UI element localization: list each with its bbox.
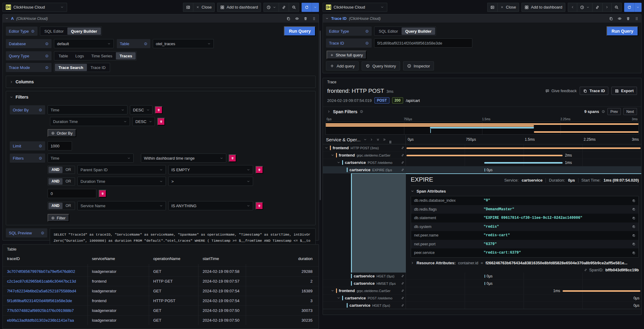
remove-filter-button[interactable]: [229, 154, 236, 162]
share-link-button[interactable]: [279, 3, 289, 12]
collapse-chevron-icon[interactable]: [331, 154, 334, 157]
tab-sql-editor[interactable]: SQL Editor: [41, 27, 67, 35]
filter-value-input[interactable]: [48, 189, 96, 198]
info-icon[interactable]: [365, 30, 369, 33]
filters-section-header[interactable]: Filters: [10, 94, 312, 100]
info-icon[interactable]: [45, 42, 48, 45]
collapse-chevron-icon[interactable]: [5, 17, 9, 20]
share-link-button[interactable]: [592, 3, 602, 12]
datasource-picker[interactable]: ClickHouse Cloud: [323, 3, 387, 12]
chevron-right-icon[interactable]: [370, 138, 373, 141]
trace-id-link[interactable]: 5f1d69baf92314f20d4f8f561b58e3de: [7, 298, 72, 303]
span-row[interactable]: cartservice POST /oteldemo 1ms: [323, 159, 641, 166]
scrollbar[interactable]: [320, 31, 321, 200]
close-pane-button[interactable]: Close: [497, 3, 519, 12]
collapse-chevron-icon[interactable]: [331, 289, 334, 292]
trace-id-link[interactable]: eb9fa13adfddfb31302e236b1141e7aa: [7, 318, 74, 323]
order-by-field-select[interactable]: Duration Time: [50, 117, 130, 126]
span-row[interactable]: frontend grpc.oteldemo.CartSer 1ms: [323, 287, 641, 295]
span-tick[interactable]: [485, 275, 485, 278]
inspector-button[interactable]: Inspector: [403, 61, 434, 70]
column-header[interactable]: startTime: [198, 253, 246, 264]
duplicate-query-icon[interactable]: [286, 16, 291, 21]
span-tick[interactable]: [485, 168, 485, 172]
and-option[interactable]: AND: [48, 167, 63, 173]
or-option[interactable]: OR: [63, 203, 74, 209]
query-row-header[interactable]: A (ClickHouse Cloud): [3, 14, 319, 23]
columns-section-header[interactable]: Columns: [10, 78, 312, 85]
delete-query-icon[interactable]: [626, 16, 630, 21]
chevron-right-icon[interactable]: [411, 261, 414, 265]
query-type-timeseries[interactable]: Time Series: [88, 52, 116, 60]
collapse-chevron-icon[interactable]: [337, 296, 340, 300]
delete-query-icon[interactable]: [303, 16, 308, 21]
remove-filter-button[interactable]: [256, 202, 263, 210]
link-icon[interactable]: [584, 268, 587, 272]
info-icon[interactable]: [45, 54, 48, 58]
span-bar[interactable]: [484, 162, 563, 164]
refresh-button[interactable]: [302, 3, 312, 12]
table-row[interactable]: 5f1d69baf92314f20d4f8f561b58e3de fronten…: [3, 296, 319, 306]
service-operation-header[interactable]: Service & Oper...: [323, 135, 406, 144]
limit-input[interactable]: [48, 141, 72, 150]
duplicate-query-icon[interactable]: [609, 16, 613, 21]
remove-filter-button[interactable]: [99, 190, 106, 197]
span-link-icon[interactable]: [401, 154, 404, 157]
and-option[interactable]: AND: [48, 203, 63, 209]
span-link-icon[interactable]: [401, 274, 404, 278]
table-row[interactable]: 3c7074f085679976b07a79ef5476d802 loadgen…: [3, 267, 319, 277]
column-header[interactable]: operationName: [149, 253, 198, 264]
filter-field-select[interactable]: Time: [48, 154, 134, 163]
info-icon[interactable]: [602, 110, 605, 113]
or-option[interactable]: OR: [63, 178, 74, 185]
copy-icon[interactable]: [632, 225, 635, 228]
trace-id-button[interactable]: Trace ID: [580, 87, 608, 95]
table-row[interactable]: c2c1ec87c62965b61cab6c30447bc13d fronten…: [3, 277, 319, 286]
filter-operator-select[interactable]: >: [168, 177, 253, 186]
filter-field-select[interactable]: Service Name: [77, 201, 166, 210]
trace-mode-id[interactable]: Trace ID: [87, 64, 109, 71]
column-header[interactable]: serviceName: [88, 253, 149, 264]
zoom-out-button[interactable]: [289, 3, 299, 12]
remove-order-by-button[interactable]: [155, 106, 163, 114]
column-header[interactable]: duration: [246, 253, 319, 264]
next-span-button[interactable]: Next: [623, 108, 637, 115]
info-icon[interactable]: [45, 66, 48, 69]
copy-icon[interactable]: [632, 199, 635, 202]
trace-mode-search[interactable]: Trace Search: [55, 64, 87, 71]
add-query-button[interactable]: Add query: [326, 61, 359, 70]
info-icon[interactable]: [144, 42, 147, 45]
copy-icon[interactable]: [632, 208, 635, 211]
add-order-by-button[interactable]: Order By: [48, 129, 76, 137]
trace-id-link[interactable]: 7f47c62234b6bd2a5a62521875588bd4: [7, 289, 76, 293]
chevron-right-icon[interactable]: [327, 110, 331, 113]
copy-icon[interactable]: [632, 251, 635, 255]
database-select[interactable]: default: [54, 39, 114, 48]
query-type-logs[interactable]: Logs: [72, 52, 88, 60]
info-icon[interactable]: [39, 108, 42, 112]
refresh-button[interactable]: [624, 3, 634, 12]
hide-query-icon[interactable]: [617, 16, 622, 21]
add-to-dashboard-button[interactable]: Add to dashboard: [521, 3, 565, 12]
column-header[interactable]: traceID: [3, 253, 88, 264]
copy-icon[interactable]: [632, 234, 635, 237]
export-button[interactable]: Export: [611, 87, 637, 95]
filter-operator-select[interactable]: Within dashboard time range: [141, 154, 226, 163]
tab-sql-editor[interactable]: SQL Editor: [375, 27, 402, 35]
span-link-icon[interactable]: [401, 161, 404, 164]
collapse-chevron-icon[interactable]: [337, 161, 340, 164]
remove-order-by-button[interactable]: [157, 118, 165, 125]
copy-icon[interactable]: [632, 216, 635, 220]
minimap-canvas[interactable]: [325, 122, 639, 135]
time-shift-right-button[interactable]: [602, 3, 611, 12]
remove-filter-button[interactable]: [256, 166, 263, 174]
or-option[interactable]: OR: [63, 167, 74, 173]
add-filter-button[interactable]: Filter: [48, 214, 69, 222]
order-by-direction-select[interactable]: DESC: [130, 105, 152, 114]
span-filters-label[interactable]: Span Filters: [333, 109, 357, 114]
collapse-chevron-icon[interactable]: [325, 17, 329, 20]
filter-field-select[interactable]: Parent Span ID: [77, 165, 166, 174]
span-bar[interactable]: [406, 147, 640, 149]
drag-handle-icon[interactable]: [635, 16, 639, 21]
span-row[interactable]: frontend grpc.oteldemo.CartSer 2ms: [323, 152, 641, 159]
